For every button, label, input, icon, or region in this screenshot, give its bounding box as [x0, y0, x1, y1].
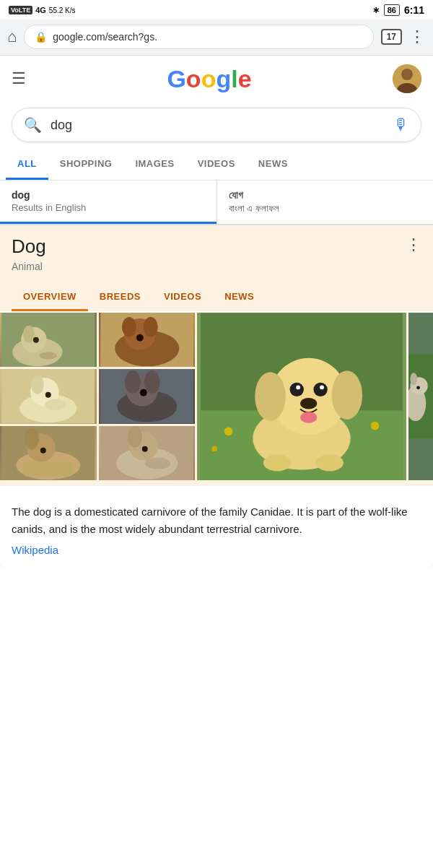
- google-logo: G o o g l e: [167, 65, 251, 93]
- svg-point-52: [290, 383, 304, 396]
- search-tabs: ALL SHOPPING IMAGES VIDEOS NEWS: [0, 149, 433, 181]
- search-box[interactable]: 🔍 dog 🎙: [12, 108, 421, 142]
- tab-news[interactable]: NEWS: [247, 149, 299, 180]
- svg-point-64: [416, 386, 420, 389]
- logo-o1: o: [186, 65, 201, 93]
- kp-title: Dog: [12, 235, 46, 258]
- svg-point-63: [410, 373, 417, 385]
- lang-bengali-subtitle: বাংলা এ ফলাফল: [229, 203, 422, 214]
- bluetooth-icon: ∗: [372, 5, 380, 15]
- url-text: google.com/search?gs.: [53, 31, 362, 43]
- svg-point-50: [255, 372, 286, 421]
- status-right: ∗ 86 6:11: [372, 4, 424, 16]
- dog-image-6[interactable]: [99, 426, 196, 480]
- svg-point-18: [31, 376, 44, 394]
- wikipedia-link[interactable]: Wikipedia: [12, 544, 421, 556]
- search-input[interactable]: dog: [51, 118, 385, 133]
- svg-point-20: [45, 399, 66, 411]
- dog-image-3[interactable]: [0, 369, 97, 423]
- svg-point-7: [33, 337, 39, 343]
- logo-e: e: [238, 65, 252, 93]
- image-grid-left: [0, 313, 195, 480]
- volte-badge: VoLTE: [9, 6, 32, 14]
- url-bar[interactable]: 🔒 google.com/search?gs.: [24, 25, 373, 49]
- kp-header: Dog Animal ⋮: [12, 235, 421, 272]
- dog-image-4[interactable]: [99, 369, 196, 423]
- svg-point-24: [125, 370, 141, 394]
- signal-4g: 4G: [35, 6, 46, 14]
- svg-point-26: [139, 389, 146, 396]
- image-grid: [0, 313, 433, 486]
- search-icon: 🔍: [24, 116, 42, 134]
- avatar[interactable]: [393, 64, 421, 93]
- lang-english-title: dog: [12, 189, 205, 201]
- svg-rect-32: [23, 461, 73, 476]
- kp-more-icon[interactable]: ⋮: [406, 235, 421, 254]
- knowledge-panel: Dog Animal ⋮ OVERVIEW BREEDS VIDEOS NEWS: [0, 225, 433, 311]
- lang-bengali-title: যোগ: [229, 189, 422, 201]
- svg-point-58: [263, 454, 292, 471]
- svg-point-14: [136, 334, 143, 342]
- tab-videos[interactable]: VIDEOS: [186, 149, 247, 180]
- svg-point-54: [296, 386, 300, 390]
- home-icon[interactable]: ⌂: [7, 27, 17, 46]
- dog-image-5[interactable]: [0, 426, 97, 480]
- dog-image-1[interactable]: [0, 313, 97, 367]
- search-box-wrapper: 🔍 dog 🎙: [0, 102, 433, 142]
- google-header: ☰ G o o g l e: [0, 56, 433, 102]
- svg-point-31: [40, 447, 46, 453]
- kp-tab-overview[interactable]: OVERVIEW: [12, 284, 88, 311]
- tab-all[interactable]: ALL: [6, 149, 48, 180]
- status-time: 6:11: [404, 4, 424, 16]
- logo-l: l: [231, 65, 237, 93]
- svg-point-57: [300, 412, 317, 422]
- status-bar: VoLTE 4G 55.2 K/s ∗ 86 6:11: [0, 0, 433, 19]
- status-left: VoLTE 4G 55.2 K/s: [9, 6, 76, 14]
- lang-option-bengali[interactable]: যোগ বাংলা এ ফলাফল: [217, 181, 434, 224]
- lock-icon: 🔒: [35, 31, 47, 43]
- svg-point-12: [122, 317, 136, 337]
- tab-shopping[interactable]: SHOPPING: [48, 149, 124, 180]
- svg-point-25: [144, 370, 159, 394]
- dog-image-right[interactable]: [408, 313, 433, 480]
- lang-english-subtitle: Results in English: [12, 202, 205, 213]
- kp-tabs: OVERVIEW BREEDS VIDEOS NEWS: [12, 284, 421, 311]
- svg-point-37: [141, 446, 147, 451]
- lang-selector: dog Results in English যোগ বাংলা এ ফলাফল: [0, 181, 433, 225]
- tab-images[interactable]: IMAGES: [123, 149, 185, 180]
- svg-point-8: [40, 352, 57, 360]
- svg-point-51: [332, 370, 363, 420]
- description-box: The dog is a domesticated carnivore of t…: [0, 492, 433, 568]
- kp-tab-breeds[interactable]: BREEDS: [88, 284, 152, 311]
- svg-point-59: [315, 454, 344, 471]
- kp-title-group: Dog Animal: [12, 235, 46, 272]
- dog-image-2[interactable]: [99, 313, 196, 367]
- hamburger-icon[interactable]: ☰: [12, 69, 26, 88]
- svg-point-19: [45, 392, 51, 398]
- svg-point-46: [211, 446, 217, 452]
- kp-subtitle: Animal: [12, 261, 46, 272]
- dog-image-main[interactable]: [197, 313, 406, 480]
- mic-icon[interactable]: 🎙: [393, 116, 409, 134]
- kp-tab-news[interactable]: NEWS: [213, 284, 266, 311]
- svg-point-38: [144, 457, 170, 469]
- svg-point-45: [371, 422, 380, 430]
- battery-icon: 86: [384, 4, 400, 16]
- svg-point-53: [313, 383, 327, 396]
- svg-point-1: [401, 69, 413, 80]
- description-text: The dog is a domesticated carnivore of t…: [12, 503, 421, 538]
- svg-point-36: [127, 426, 141, 448]
- browser-bar: ⌂ 🔒 google.com/search?gs. 17 ⋮: [0, 19, 433, 56]
- logo-o2: o: [201, 65, 216, 93]
- logo-G: G: [167, 65, 185, 93]
- svg-point-13: [143, 317, 157, 337]
- kp-tab-videos[interactable]: VIDEOS: [152, 284, 213, 311]
- svg-point-6: [23, 326, 35, 343]
- lang-option-english[interactable]: dog Results in English: [0, 181, 216, 224]
- wifi-speed: 55.2 K/s: [49, 6, 76, 14]
- svg-point-30: [25, 428, 39, 450]
- tab-count[interactable]: 17: [381, 29, 402, 45]
- svg-point-55: [320, 386, 324, 390]
- browser-more-icon[interactable]: ⋮: [409, 27, 426, 46]
- svg-point-41: [224, 428, 233, 436]
